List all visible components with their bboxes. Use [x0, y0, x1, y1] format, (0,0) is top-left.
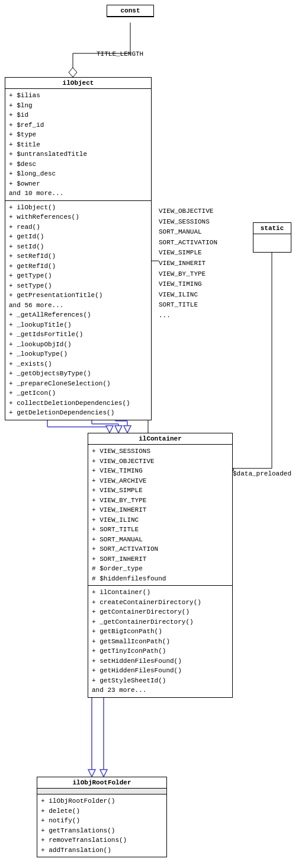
- static-box: static: [253, 222, 291, 253]
- ilobject-methods: + ilObject() + withReferences() + read()…: [5, 201, 151, 420]
- ilobject-box: ilObject + $ilias + $lng + $id + $ref_id…: [5, 77, 152, 420]
- svg-marker-7: [106, 426, 113, 433]
- ilcontainer-constants: + VIEW_SESSIONS + VIEW_OBJECTIVE + VIEW_…: [88, 445, 232, 586]
- enum-values: VIEW_OBJECTIVE VIEW_SESSIONS SORT_MANUAL…: [159, 206, 217, 321]
- ilcontainer-methods: + ilContainer() + createContainerDirecto…: [88, 586, 232, 697]
- ilcontainer-header: ilContainer: [88, 433, 232, 445]
- svg-marker-19: [88, 770, 95, 777]
- svg-marker-11: [115, 426, 122, 433]
- ilobjrootfolder-header: ilObjRootFolder: [37, 777, 166, 789]
- const-box: const: [107, 5, 154, 17]
- title-length-label: TITLE_LENGTH: [97, 50, 143, 58]
- ilobject-properties: + $ilias + $lng + $id + $ref_id + $type …: [5, 89, 151, 201]
- ilcontainer-box: ilContainer + VIEW_SESSIONS + VIEW_OBJEC…: [88, 433, 233, 698]
- ilobjrootfolder-methods: + ilObjRootFolder() + delete() + notify(…: [37, 794, 166, 857]
- svg-marker-15: [124, 426, 131, 433]
- ilobjrootfolder-empty: [37, 789, 166, 794]
- diagram-container: const TITLE_LENGTH ilObject + $ilias + $…: [0, 0, 305, 868]
- data-preloaded-label: $data_preloaded: [233, 470, 291, 477]
- static-header: static: [253, 223, 291, 234]
- svg-marker-23: [100, 770, 107, 777]
- svg-marker-3: [69, 68, 77, 77]
- ilobjrootfolder-box: ilObjRootFolder + ilObjRootFolder() + de…: [37, 777, 167, 857]
- const-header: const: [107, 5, 153, 17]
- static-body: [253, 234, 291, 252]
- ilobject-header: ilObject: [5, 78, 151, 89]
